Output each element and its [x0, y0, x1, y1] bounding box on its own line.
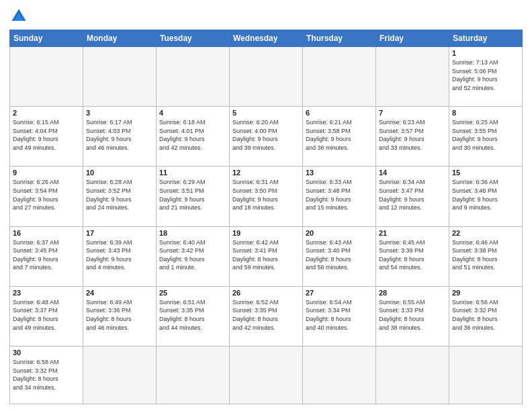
- day-number: 29: [452, 289, 519, 297]
- calendar-day-cell: 23Sunrise: 6:48 AM Sunset: 3:37 PM Dayli…: [10, 286, 83, 346]
- calendar-day-cell: [10, 47, 83, 107]
- day-info: Sunrise: 6:51 AM Sunset: 3:35 PM Dayligh…: [159, 298, 226, 332]
- calendar-day-cell: 5Sunrise: 6:20 AM Sunset: 4:00 PM Daylig…: [230, 107, 303, 167]
- day-number: 22: [452, 229, 519, 237]
- calendar-day-cell: 28Sunrise: 6:55 AM Sunset: 3:33 PM Dayli…: [376, 286, 449, 346]
- day-number: 30: [13, 349, 80, 357]
- calendar-day-cell: 8Sunrise: 6:25 AM Sunset: 3:55 PM Daylig…: [449, 107, 523, 167]
- calendar-day-cell: 7Sunrise: 6:23 AM Sunset: 3:57 PM Daylig…: [376, 107, 449, 167]
- calendar-day-cell: 18Sunrise: 6:40 AM Sunset: 3:42 PM Dayli…: [157, 226, 230, 286]
- day-info: Sunrise: 6:29 AM Sunset: 3:51 PM Dayligh…: [159, 178, 226, 212]
- calendar-day-cell: 15Sunrise: 6:36 AM Sunset: 3:46 PM Dayli…: [449, 167, 523, 226]
- day-number: 9: [13, 169, 80, 177]
- day-info: Sunrise: 6:33 AM Sunset: 3:48 PM Dayligh…: [306, 178, 373, 212]
- calendar-day-cell: 27Sunrise: 6:54 AM Sunset: 3:34 PM Dayli…: [303, 286, 376, 346]
- calendar-day-cell: 10Sunrise: 6:28 AM Sunset: 3:52 PM Dayli…: [83, 167, 157, 226]
- day-info: Sunrise: 6:28 AM Sunset: 3:52 PM Dayligh…: [86, 178, 153, 212]
- day-info: Sunrise: 6:49 AM Sunset: 3:36 PM Dayligh…: [86, 298, 153, 332]
- calendar-day-cell: [83, 47, 157, 107]
- day-number: 14: [379, 169, 446, 177]
- day-info: Sunrise: 6:20 AM Sunset: 4:00 PM Dayligh…: [232, 118, 300, 152]
- calendar-day-cell: 2Sunrise: 6:15 AM Sunset: 4:04 PM Daylig…: [10, 107, 83, 167]
- calendar-day-cell: 16Sunrise: 6:37 AM Sunset: 3:45 PM Dayli…: [10, 226, 83, 286]
- calendar-day-header: Wednesday: [230, 30, 303, 47]
- calendar-table: SundayMondayTuesdayWednesdayThursdayFrid…: [9, 30, 523, 404]
- day-number: 5: [232, 109, 300, 117]
- day-number: 27: [306, 289, 373, 297]
- logo: [9, 7, 31, 26]
- day-number: 7: [379, 109, 446, 117]
- day-number: 26: [232, 289, 300, 297]
- day-info: Sunrise: 6:56 AM Sunset: 3:32 PM Dayligh…: [452, 298, 519, 332]
- logo-icon: [9, 7, 28, 26]
- calendar-day-cell: 14Sunrise: 6:34 AM Sunset: 3:47 PM Dayli…: [376, 167, 449, 226]
- day-info: Sunrise: 6:18 AM Sunset: 4:01 PM Dayligh…: [159, 118, 226, 152]
- calendar-day-cell: [83, 346, 157, 404]
- day-info: Sunrise: 6:42 AM Sunset: 3:41 PM Dayligh…: [232, 238, 300, 272]
- calendar-day-header: Sunday: [10, 30, 83, 47]
- calendar-day-cell: 21Sunrise: 6:45 AM Sunset: 3:39 PM Dayli…: [376, 226, 449, 286]
- calendar-day-cell: [230, 346, 303, 404]
- day-info: Sunrise: 6:23 AM Sunset: 3:57 PM Dayligh…: [379, 118, 446, 152]
- calendar-day-cell: [230, 47, 303, 107]
- day-info: Sunrise: 6:21 AM Sunset: 3:58 PM Dayligh…: [306, 118, 373, 152]
- day-info: Sunrise: 6:55 AM Sunset: 3:33 PM Dayligh…: [379, 298, 446, 332]
- calendar-day-cell: 29Sunrise: 6:56 AM Sunset: 3:32 PM Dayli…: [449, 286, 523, 346]
- day-number: 17: [86, 229, 153, 237]
- calendar-week-row: 16Sunrise: 6:37 AM Sunset: 3:45 PM Dayli…: [10, 226, 523, 286]
- day-number: 23: [13, 289, 80, 297]
- calendar-day-cell: 11Sunrise: 6:29 AM Sunset: 3:51 PM Dayli…: [157, 167, 230, 226]
- calendar-day-cell: [376, 346, 449, 404]
- calendar-day-cell: 13Sunrise: 6:33 AM Sunset: 3:48 PM Dayli…: [303, 167, 376, 226]
- day-number: 28: [379, 289, 446, 297]
- calendar-day-cell: 17Sunrise: 6:39 AM Sunset: 3:43 PM Dayli…: [83, 226, 157, 286]
- day-number: 19: [232, 229, 300, 237]
- calendar-day-cell: 24Sunrise: 6:49 AM Sunset: 3:36 PM Dayli…: [83, 286, 157, 346]
- day-number: 13: [306, 169, 373, 177]
- calendar-week-row: 2Sunrise: 6:15 AM Sunset: 4:04 PM Daylig…: [10, 107, 523, 167]
- day-number: 11: [159, 169, 226, 177]
- day-info: Sunrise: 6:45 AM Sunset: 3:39 PM Dayligh…: [379, 238, 446, 272]
- day-number: 20: [306, 229, 373, 237]
- calendar-day-cell: 26Sunrise: 6:52 AM Sunset: 3:35 PM Dayli…: [230, 286, 303, 346]
- calendar-day-cell: 22Sunrise: 6:46 AM Sunset: 3:38 PM Dayli…: [449, 226, 523, 286]
- day-info: Sunrise: 6:54 AM Sunset: 3:34 PM Dayligh…: [306, 298, 373, 332]
- page: SundayMondayTuesdayWednesdayThursdayFrid…: [0, 0, 532, 411]
- day-number: 25: [159, 289, 226, 297]
- day-info: Sunrise: 6:34 AM Sunset: 3:47 PM Dayligh…: [379, 178, 446, 212]
- calendar-day-cell: 12Sunrise: 6:31 AM Sunset: 3:50 PM Dayli…: [230, 167, 303, 226]
- day-info: Sunrise: 6:26 AM Sunset: 3:54 PM Dayligh…: [13, 178, 80, 212]
- day-info: Sunrise: 6:39 AM Sunset: 3:43 PM Dayligh…: [86, 238, 153, 272]
- calendar-week-row: 9Sunrise: 6:26 AM Sunset: 3:54 PM Daylig…: [10, 167, 523, 226]
- calendar-day-header: Saturday: [449, 30, 523, 47]
- calendar-day-cell: 1Sunrise: 7:13 AM Sunset: 5:06 PM Daylig…: [449, 47, 523, 107]
- day-number: 10: [86, 169, 153, 177]
- day-info: Sunrise: 6:43 AM Sunset: 3:40 PM Dayligh…: [306, 238, 373, 272]
- day-number: 2: [13, 109, 80, 117]
- calendar-day-cell: [157, 47, 230, 107]
- day-info: Sunrise: 6:31 AM Sunset: 3:50 PM Dayligh…: [232, 178, 300, 212]
- calendar-day-cell: [376, 47, 449, 107]
- day-info: Sunrise: 6:25 AM Sunset: 3:55 PM Dayligh…: [452, 118, 519, 152]
- calendar-day-cell: 4Sunrise: 6:18 AM Sunset: 4:01 PM Daylig…: [157, 107, 230, 167]
- day-info: Sunrise: 6:15 AM Sunset: 4:04 PM Dayligh…: [13, 118, 80, 152]
- day-info: Sunrise: 6:58 AM Sunset: 3:32 PM Dayligh…: [13, 358, 80, 392]
- day-info: Sunrise: 6:52 AM Sunset: 3:35 PM Dayligh…: [232, 298, 300, 332]
- calendar-day-cell: 20Sunrise: 6:43 AM Sunset: 3:40 PM Dayli…: [303, 226, 376, 286]
- day-number: 24: [86, 289, 153, 297]
- calendar-week-row: 23Sunrise: 6:48 AM Sunset: 3:37 PM Dayli…: [10, 286, 523, 346]
- day-number: 15: [452, 169, 519, 177]
- day-info: Sunrise: 6:37 AM Sunset: 3:45 PM Dayligh…: [13, 238, 80, 272]
- calendar-day-cell: [303, 346, 376, 404]
- day-number: 16: [13, 229, 80, 237]
- header: [9, 7, 523, 26]
- calendar-day-cell: 9Sunrise: 6:26 AM Sunset: 3:54 PM Daylig…: [10, 167, 83, 226]
- calendar-day-header: Monday: [83, 30, 157, 47]
- day-number: 3: [86, 109, 153, 117]
- calendar-day-cell: 6Sunrise: 6:21 AM Sunset: 3:58 PM Daylig…: [303, 107, 376, 167]
- calendar-day-cell: 25Sunrise: 6:51 AM Sunset: 3:35 PM Dayli…: [157, 286, 230, 346]
- calendar-day-cell: [449, 346, 523, 404]
- day-number: 18: [159, 229, 226, 237]
- day-number: 12: [232, 169, 300, 177]
- calendar-day-cell: 30Sunrise: 6:58 AM Sunset: 3:32 PM Dayli…: [10, 346, 83, 404]
